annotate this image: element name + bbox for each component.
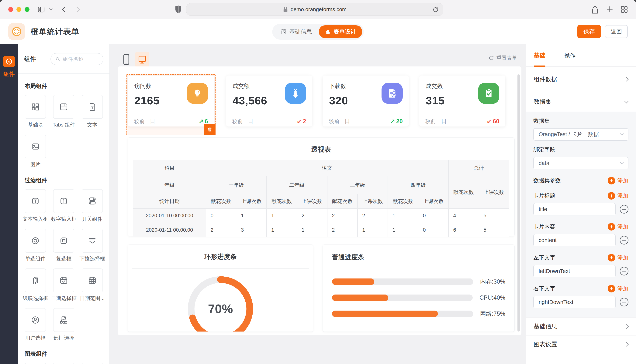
left-rail: 组件 [0,44,18,364]
switch-icon [87,196,97,206]
address-bar[interactable]: demo.orangeforms.com [186,3,443,16]
tab-basic[interactable]: 基础 [534,44,545,67]
right-text-input[interactable] [533,296,615,308]
section-filter-title: 过滤组件 [25,176,109,184]
progress-track [332,294,473,301]
component-item-date-picker[interactable]: 日期选择框 [50,268,78,302]
progress-track [332,278,473,285]
component-item-cascade[interactable]: 级联选择框 [21,268,50,302]
dataset-select[interactable]: OrangeTest / 卡片一数据 [533,128,628,141]
component-item-tabs[interactable]: Tabs 组件 [50,95,78,128]
chevron-down-icon [620,160,624,164]
progress-row-cpu: CPU:40% [332,294,505,301]
component-search[interactable] [51,53,103,65]
dataset-settings: 数据集 OrangeTest / 卡片一数据 绑定字段 data 数据集参数 +… [526,112,636,317]
desktop-preview-button[interactable] [135,52,149,67]
mobile-preview-button[interactable] [120,52,132,67]
minimize-window-button[interactable] [17,7,21,12]
back-button-app[interactable]: 返回 [605,25,628,38]
file-upload-icon [381,83,403,104]
chevron-down-icon[interactable] [49,8,53,11]
component-item-dropdown[interactable]: 下拉选择框 [78,229,106,262]
browser-toolbar: demo.orangeforms.com [0,0,636,19]
panel-title: 组件 [24,55,36,63]
component-item-basic-block[interactable]: 基础块 [21,95,50,128]
trend-down: ↙60 [487,118,499,125]
sidebar-toggle-icon[interactable] [37,5,45,14]
clipboard-check-icon [478,83,499,104]
component-item-bar-chart[interactable] [50,363,78,364]
dept-select-icon [59,315,69,325]
zoom-window-button[interactable] [25,7,30,12]
component-item-image[interactable]: 图片 [21,134,50,168]
search-icon [55,56,61,62]
forward-button[interactable] [74,5,82,14]
dataset-label: 数据集 [533,117,628,125]
progress-row-network: 网络:75% [332,310,505,318]
row-chart-settings[interactable]: 图表设置 [526,336,636,353]
component-item-user-select[interactable]: 用户选择 [21,308,50,341]
remove-right-text-button[interactable] [620,298,628,306]
pivot-title: 透视表 [133,145,509,154]
share-icon[interactable] [591,5,599,14]
new-tab-icon[interactable] [606,5,614,13]
component-item-pie-chart[interactable] [78,363,106,364]
stat-card-downloads[interactable]: 下载数 320 较前一日 ↗20 [323,76,409,126]
close-window-button[interactable] [8,7,13,12]
tab-actions[interactable]: 操作 [564,44,576,67]
add-left-text-button[interactable]: +添加 [608,254,628,262]
component-item-text[interactable]: 文本 [78,95,106,128]
remove-left-text-button[interactable] [620,267,628,276]
tab-basic-info[interactable]: 基础信息 [274,24,319,40]
tab-form-design[interactable]: 表单设计 [319,25,362,38]
bar-chart-icon [325,28,331,35]
stat-card-visits[interactable]: 访问数 2165 较前一日 ↗6 [128,76,214,126]
traffic-lights [8,7,30,12]
progress-bars-widget[interactable]: 普通进度条 内存:30% CPU:40% 网络:75% [323,244,515,332]
remove-card-content-button[interactable] [620,236,628,244]
add-param-button[interactable]: +添加 [608,177,628,184]
shield-icon[interactable] [174,5,183,14]
chevron-down-icon [620,132,624,136]
left-text-input[interactable] [533,265,615,277]
form-edit-icon [281,28,287,35]
app-header: 橙单统计表单 基础信息 表单设计 保存 返回 [0,19,636,44]
component-item-switch[interactable]: 开关组件 [78,189,106,222]
image-icon [31,142,40,152]
add-card-title-button[interactable]: +添加 [608,192,628,200]
save-button[interactable]: 保存 [577,25,601,38]
tab-overview-icon[interactable] [620,5,628,14]
right-text-row: 右下文字 +添加 [533,285,628,292]
add-card-content-button[interactable]: +添加 [608,223,628,230]
delete-widget-button[interactable] [204,124,216,135]
component-item-number-input[interactable]: 数字输入框 [50,189,78,222]
component-item-checkbox[interactable]: 复选框 [50,229,78,262]
component-item-text-input[interactable]: 文本输入框 [21,189,50,222]
canvas-scrollbar[interactable] [517,74,520,332]
row-dataset-header[interactable]: 数据集 [526,92,636,112]
row-basic-info[interactable]: 基础信息 [526,317,636,336]
pivot-table-widget[interactable]: 透视表 科目 语文 总计 年级 一年级 二年级 [128,138,515,236]
stat-card-deals[interactable]: 成交数 315 较前一日 ↙60 [419,76,505,126]
reload-icon[interactable] [432,6,439,13]
card-content-input[interactable] [533,234,615,246]
bind-field-select[interactable]: data [533,157,628,169]
chevron-right-icon [624,324,629,329]
component-item-line-chart[interactable] [21,363,50,364]
search-input[interactable] [63,56,97,62]
component-item-date-range[interactable]: 日期范围... [78,268,106,302]
card-title-input[interactable] [533,203,615,216]
section-layout-title: 布局组件 [25,82,109,90]
ring-progress-widget[interactable]: 环形进度条 70% [128,244,313,332]
reset-form-button[interactable]: 重置表单 [488,54,517,61]
component-item-radio[interactable]: 单选组件 [21,229,50,262]
add-right-text-button[interactable]: +添加 [608,285,628,292]
component-item-dept-select[interactable]: 部门选择 [50,308,78,341]
remove-card-title-button[interactable] [620,205,628,214]
date-range-icon [87,276,97,285]
rail-components-button[interactable] [3,56,15,68]
stat-card-amount[interactable]: 成交额 43,566 较前一日 ↙2 [226,76,312,126]
row-component-data[interactable]: 组件数据 [526,67,636,92]
back-button[interactable] [60,5,68,14]
selected-widget-frame[interactable]: 访问数 2165 较前一日 ↗6 [126,74,216,135]
